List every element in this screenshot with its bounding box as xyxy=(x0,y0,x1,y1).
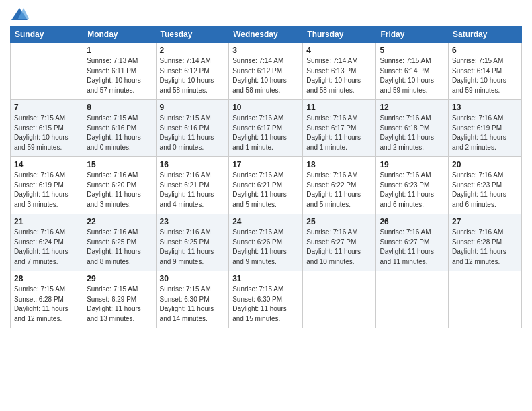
day-info: Sunrise: 7:16 AM Sunset: 6:19 PM Dayligh… xyxy=(14,171,79,210)
weekday-header-tuesday: Tuesday xyxy=(156,26,229,43)
day-number: 18 xyxy=(306,160,372,169)
calendar-cell xyxy=(303,271,376,328)
day-info: Sunrise: 7:15 AM Sunset: 6:14 PM Dayligh… xyxy=(452,56,518,95)
weekday-header-wednesday: Wednesday xyxy=(229,26,303,43)
day-number: 6 xyxy=(452,46,518,55)
day-info: Sunrise: 7:15 AM Sunset: 6:16 PM Dayligh… xyxy=(160,113,226,152)
day-number: 20 xyxy=(452,160,518,169)
calendar-table: SundayMondayTuesdayWednesdayThursdayFrid… xyxy=(10,26,522,328)
day-info: Sunrise: 7:16 AM Sunset: 6:21 PM Dayligh… xyxy=(232,171,299,210)
day-info: Sunrise: 7:14 AM Sunset: 6:12 PM Dayligh… xyxy=(160,56,226,95)
calendar-cell: 30Sunrise: 7:15 AM Sunset: 6:30 PM Dayli… xyxy=(156,271,229,328)
calendar-cell: 10Sunrise: 7:16 AM Sunset: 6:17 PM Dayli… xyxy=(229,100,303,157)
day-info: Sunrise: 7:16 AM Sunset: 6:22 PM Dayligh… xyxy=(306,171,372,210)
day-info: Sunrise: 7:15 AM Sunset: 6:15 PM Dayligh… xyxy=(14,113,79,152)
day-number: 12 xyxy=(380,103,445,112)
day-info: Sunrise: 7:16 AM Sunset: 6:18 PM Dayligh… xyxy=(380,113,445,152)
day-number: 11 xyxy=(306,103,372,112)
calendar-cell xyxy=(449,271,522,328)
day-number: 10 xyxy=(232,103,299,112)
calendar-cell: 11Sunrise: 7:16 AM Sunset: 6:17 PM Dayli… xyxy=(303,100,376,157)
calendar-cell: 12Sunrise: 7:16 AM Sunset: 6:18 PM Dayli… xyxy=(376,100,449,157)
day-number: 14 xyxy=(14,160,79,169)
day-info: Sunrise: 7:16 AM Sunset: 6:19 PM Dayligh… xyxy=(452,113,518,152)
calendar-cell: 3Sunrise: 7:14 AM Sunset: 6:12 PM Daylig… xyxy=(229,43,303,100)
calendar-cell xyxy=(11,43,83,100)
calendar-cell: 31Sunrise: 7:15 AM Sunset: 6:30 PM Dayli… xyxy=(229,271,303,328)
calendar-cell: 2Sunrise: 7:14 AM Sunset: 6:12 PM Daylig… xyxy=(156,43,229,100)
day-info: Sunrise: 7:14 AM Sunset: 6:13 PM Dayligh… xyxy=(306,56,372,95)
day-info: Sunrise: 7:16 AM Sunset: 6:24 PM Dayligh… xyxy=(14,228,79,267)
day-number: 22 xyxy=(87,217,152,226)
week-row-2: 14Sunrise: 7:16 AM Sunset: 6:19 PM Dayli… xyxy=(11,157,522,214)
day-number: 17 xyxy=(232,160,299,169)
day-info: Sunrise: 7:15 AM Sunset: 6:14 PM Dayligh… xyxy=(380,56,445,95)
calendar-cell: 21Sunrise: 7:16 AM Sunset: 6:24 PM Dayli… xyxy=(11,214,83,271)
day-info: Sunrise: 7:15 AM Sunset: 6:30 PM Dayligh… xyxy=(160,285,226,324)
day-number: 29 xyxy=(87,274,152,283)
day-number: 8 xyxy=(87,103,152,112)
day-info: Sunrise: 7:16 AM Sunset: 6:27 PM Dayligh… xyxy=(380,228,445,267)
calendar-cell: 24Sunrise: 7:16 AM Sunset: 6:26 PM Dayli… xyxy=(229,214,303,271)
calendar-cell: 23Sunrise: 7:16 AM Sunset: 6:25 PM Dayli… xyxy=(156,214,229,271)
day-number: 26 xyxy=(380,217,445,226)
day-number: 15 xyxy=(87,160,152,169)
day-info: Sunrise: 7:16 AM Sunset: 6:26 PM Dayligh… xyxy=(232,228,299,267)
day-info: Sunrise: 7:15 AM Sunset: 6:28 PM Dayligh… xyxy=(14,285,79,324)
day-number: 23 xyxy=(160,217,226,226)
weekday-header-thursday: Thursday xyxy=(303,26,376,43)
day-info: Sunrise: 7:16 AM Sunset: 6:17 PM Dayligh… xyxy=(232,113,299,152)
day-info: Sunrise: 7:16 AM Sunset: 6:28 PM Dayligh… xyxy=(452,228,518,267)
day-info: Sunrise: 7:15 AM Sunset: 6:16 PM Dayligh… xyxy=(87,113,152,152)
day-info: Sunrise: 7:16 AM Sunset: 6:17 PM Dayligh… xyxy=(306,113,372,152)
page: SundayMondayTuesdayWednesdayThursdayFrid… xyxy=(0,0,532,411)
calendar-cell: 16Sunrise: 7:16 AM Sunset: 6:21 PM Dayli… xyxy=(156,157,229,214)
day-info: Sunrise: 7:15 AM Sunset: 6:30 PM Dayligh… xyxy=(232,285,299,324)
calendar-cell: 9Sunrise: 7:15 AM Sunset: 6:16 PM Daylig… xyxy=(156,100,229,157)
calendar-cell: 1Sunrise: 7:13 AM Sunset: 6:11 PM Daylig… xyxy=(83,43,156,100)
day-info: Sunrise: 7:16 AM Sunset: 6:20 PM Dayligh… xyxy=(87,171,152,210)
calendar-cell: 25Sunrise: 7:16 AM Sunset: 6:27 PM Dayli… xyxy=(303,214,376,271)
week-row-3: 21Sunrise: 7:16 AM Sunset: 6:24 PM Dayli… xyxy=(11,214,522,271)
day-info: Sunrise: 7:13 AM Sunset: 6:11 PM Dayligh… xyxy=(87,56,152,95)
header xyxy=(10,7,522,21)
calendar-cell: 18Sunrise: 7:16 AM Sunset: 6:22 PM Dayli… xyxy=(303,157,376,214)
calendar-cell: 13Sunrise: 7:16 AM Sunset: 6:19 PM Dayli… xyxy=(449,100,522,157)
calendar-header: SundayMondayTuesdayWednesdayThursdayFrid… xyxy=(11,26,522,43)
calendar-cell: 26Sunrise: 7:16 AM Sunset: 6:27 PM Dayli… xyxy=(376,214,449,271)
day-number: 25 xyxy=(306,217,372,226)
weekday-header-row: SundayMondayTuesdayWednesdayThursdayFrid… xyxy=(11,26,522,43)
calendar-cell: 19Sunrise: 7:16 AM Sunset: 6:23 PM Dayli… xyxy=(376,157,449,214)
day-number: 27 xyxy=(452,217,518,226)
weekday-header-saturday: Saturday xyxy=(449,26,522,43)
calendar-cell: 22Sunrise: 7:16 AM Sunset: 6:25 PM Dayli… xyxy=(83,214,156,271)
calendar-cell: 17Sunrise: 7:16 AM Sunset: 6:21 PM Dayli… xyxy=(229,157,303,214)
weekday-header-monday: Monday xyxy=(83,26,156,43)
day-number: 13 xyxy=(452,103,518,112)
week-row-4: 28Sunrise: 7:15 AM Sunset: 6:28 PM Dayli… xyxy=(11,271,522,328)
calendar-cell: 15Sunrise: 7:16 AM Sunset: 6:20 PM Dayli… xyxy=(83,157,156,214)
day-number: 1 xyxy=(87,46,152,55)
day-info: Sunrise: 7:16 AM Sunset: 6:25 PM Dayligh… xyxy=(160,228,226,267)
logo xyxy=(10,7,30,21)
day-number: 7 xyxy=(14,103,79,112)
day-info: Sunrise: 7:16 AM Sunset: 6:23 PM Dayligh… xyxy=(380,171,445,210)
day-number: 16 xyxy=(160,160,226,169)
day-info: Sunrise: 7:16 AM Sunset: 6:21 PM Dayligh… xyxy=(160,171,226,210)
calendar-cell: 29Sunrise: 7:15 AM Sunset: 6:29 PM Dayli… xyxy=(83,271,156,328)
day-number: 21 xyxy=(14,217,79,226)
calendar-cell: 5Sunrise: 7:15 AM Sunset: 6:14 PM Daylig… xyxy=(376,43,449,100)
calendar-cell: 4Sunrise: 7:14 AM Sunset: 6:13 PM Daylig… xyxy=(303,43,376,100)
day-number: 30 xyxy=(160,274,226,283)
day-info: Sunrise: 7:16 AM Sunset: 6:23 PM Dayligh… xyxy=(452,171,518,210)
logo-icon xyxy=(10,7,29,21)
calendar-body: 1Sunrise: 7:13 AM Sunset: 6:11 PM Daylig… xyxy=(11,43,522,328)
calendar-cell: 20Sunrise: 7:16 AM Sunset: 6:23 PM Dayli… xyxy=(449,157,522,214)
calendar-cell: 7Sunrise: 7:15 AM Sunset: 6:15 PM Daylig… xyxy=(11,100,83,157)
weekday-header-sunday: Sunday xyxy=(11,26,83,43)
day-number: 28 xyxy=(14,274,79,283)
calendar-cell: 28Sunrise: 7:15 AM Sunset: 6:28 PM Dayli… xyxy=(11,271,83,328)
day-info: Sunrise: 7:16 AM Sunset: 6:27 PM Dayligh… xyxy=(306,228,372,267)
calendar-cell: 8Sunrise: 7:15 AM Sunset: 6:16 PM Daylig… xyxy=(83,100,156,157)
day-number: 9 xyxy=(160,103,226,112)
